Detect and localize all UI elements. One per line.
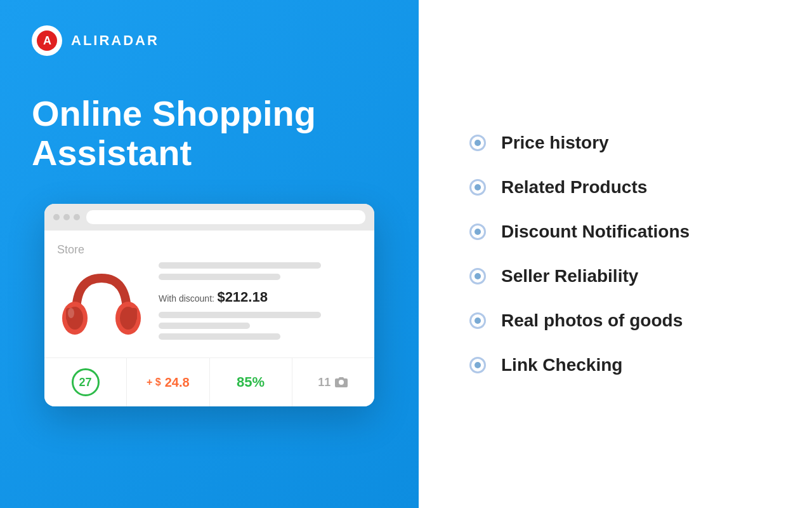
stat-photos: 11 xyxy=(292,358,374,406)
feature-bullet-real-photos xyxy=(469,312,486,329)
more-line-3 xyxy=(159,333,280,340)
feature-label-real-photos: Real photos of goods xyxy=(501,311,683,331)
store-label: Store xyxy=(57,243,84,257)
stat-percent-value: 85% xyxy=(237,374,265,391)
right-panel: Price history Related Products Discount … xyxy=(419,0,812,508)
feature-item-real-photos: Real photos of goods xyxy=(469,311,761,331)
browser-bar xyxy=(44,204,374,231)
logo-text: ALIRADAR xyxy=(71,32,159,49)
feature-label-seller-reliability: Seller Reliability xyxy=(501,266,638,286)
more-line-2 xyxy=(159,323,250,329)
feature-bullet-inner-real-photos xyxy=(475,318,481,324)
feature-label-related-products: Related Products xyxy=(501,177,647,197)
feature-bullet-inner-price-history xyxy=(475,140,481,146)
stat-savings-value: 24.8 xyxy=(165,375,190,390)
browser-content: Store xyxy=(44,231,374,358)
svg-rect-5 xyxy=(131,308,137,321)
stat-score: 27 xyxy=(44,358,127,406)
feature-bullet-inner-link-checking xyxy=(475,362,481,368)
feature-bullet-link-checking xyxy=(469,357,486,373)
feature-bullet-inner-discount-notifications xyxy=(475,229,481,235)
score-circle: 27 xyxy=(72,368,100,396)
feature-item-discount-notifications: Discount Notifications xyxy=(469,222,761,242)
features-list: Price history Related Products Discount … xyxy=(469,133,761,375)
feature-bullet-seller-reliability xyxy=(469,268,486,284)
feature-item-related-products: Related Products xyxy=(469,177,761,197)
svg-point-6 xyxy=(68,308,74,318)
stat-plus: + $ xyxy=(147,377,161,388)
logo-letter: A xyxy=(37,30,57,51)
camera-icon xyxy=(334,377,348,388)
left-panel: A ALIRADAR Online ShoppingAssistant Stor… xyxy=(0,0,419,508)
feature-bullet-inner-related-products xyxy=(475,184,481,190)
browser-dots xyxy=(53,214,80,220)
price-section: With discount: $212.18 xyxy=(159,289,362,305)
feature-bullet-discount-notifications xyxy=(469,224,486,240)
dot-1 xyxy=(53,214,60,220)
stat-savings: + $ 24.8 xyxy=(127,358,209,406)
more-line-1 xyxy=(159,312,321,318)
feature-bullet-related-products xyxy=(469,179,486,196)
feature-item-price-history: Price history xyxy=(469,133,761,153)
dot-3 xyxy=(74,214,80,220)
page-headline: Online ShoppingAssistant xyxy=(32,94,387,172)
product-line-1 xyxy=(159,262,321,269)
price-value: $212.18 xyxy=(217,289,268,305)
browser-mockup: Store xyxy=(44,204,374,406)
feature-label-discount-notifications: Discount Notifications xyxy=(501,222,690,242)
feature-item-seller-reliability: Seller Reliability xyxy=(469,266,761,286)
feature-item-link-checking: Link Checking xyxy=(469,355,761,375)
feature-label-price-history: Price history xyxy=(501,133,609,153)
stat-percent: 85% xyxy=(210,358,292,406)
product-info: With discount: $212.18 xyxy=(159,243,362,358)
more-lines xyxy=(159,312,362,340)
dot-2 xyxy=(63,214,70,220)
feature-bullet-price-history xyxy=(469,135,486,151)
feature-bullet-inner-seller-reliability xyxy=(475,273,481,279)
product-line-2 xyxy=(159,274,280,280)
stat-photos-value: 11 xyxy=(318,376,348,389)
product-lines xyxy=(159,262,362,280)
price-label: With discount: xyxy=(159,293,214,304)
logo-icon: A xyxy=(32,25,62,56)
logo-area: A ALIRADAR xyxy=(32,25,387,56)
feature-label-link-checking: Link Checking xyxy=(501,355,622,375)
headphones-image xyxy=(57,262,146,358)
stats-bar: 27 + $ 24.8 85% 11 xyxy=(44,358,374,406)
browser-url-bar xyxy=(86,210,365,224)
